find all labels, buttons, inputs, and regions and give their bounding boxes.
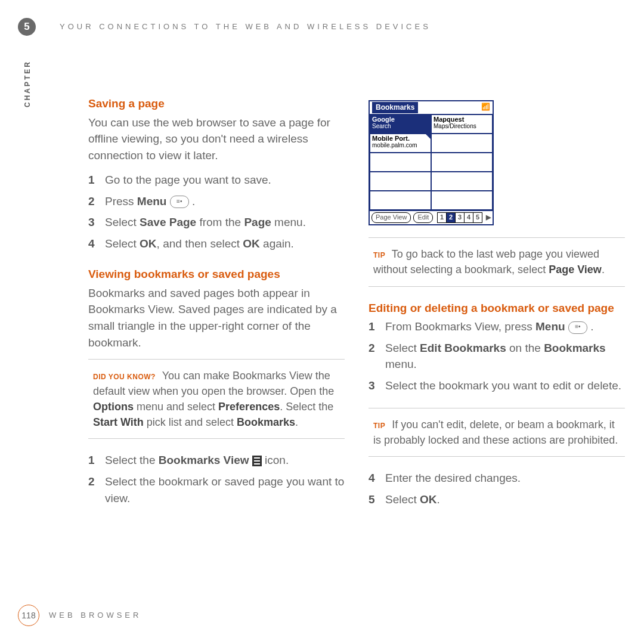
page-footer: 118 WEB BROWSER [18,605,141,626]
viewing-intro: Bookmarks and saved pages both appear in… [88,285,345,351]
tip-callout: TIP To go back to the last web page you … [369,237,625,286]
bookmark-pager[interactable]: 12345 [437,212,482,223]
step-text: Select the bookmark or saved page you wa… [105,473,345,506]
bookmark-cell-empty[interactable] [431,153,493,172]
step-text: From Bookmarks View, press Menu ≡• . [385,318,593,335]
bookmarks-screenshot: Bookmarks 📶 GoogleSearch MapquestMaps/Di… [369,100,494,225]
section-title-saving: Saving a page [88,95,345,112]
bookmark-cell[interactable]: Mobile Port.mobile.palm.com [370,134,431,153]
callout-label: TIP [373,251,385,259]
bookmark-cell-empty[interactable] [431,134,493,153]
page-number: 118 [18,605,39,626]
screenshot-title: Bookmarks [372,102,418,113]
menu-icon: ≡• [568,321,587,334]
bookmark-cell-empty[interactable] [370,191,431,210]
footer-section: WEB BROWSER [49,610,141,621]
step-text: Select OK, and then select OK again. [105,236,294,252]
editing-steps: 1 From Bookmarks View, press Menu ≡• . 2… [369,318,625,394]
step-text: Select Save Page from the Page menu. [105,214,306,231]
chapter-label-vertical: CHAPTER [23,60,33,107]
pager-next-icon[interactable]: ▶ [486,213,491,222]
bookmark-cell-empty[interactable] [370,172,431,191]
editing-steps-cont: 4Enter the desired changes. 5 Select OK. [369,470,625,507]
step-text: Select the Bookmarks View icon. [105,452,289,469]
bookmark-cell-empty[interactable] [431,172,493,191]
saving-intro: You can use the web browser to save a pa… [88,114,345,164]
step-text: Select OK. [385,491,440,508]
chapter-badge: 5 [18,18,36,36]
bookmark-cell-empty[interactable] [431,191,493,210]
bookmark-cell[interactable]: MapquestMaps/Directions [431,114,493,134]
viewing-steps: 1 Select the Bookmarks View icon. 2Selec… [88,452,345,506]
did-you-know-callout: DID YOU KNOW? You can make Bookmarks Vie… [88,359,345,439]
callout-label: TIP [373,422,385,430]
left-column: Saving a page You can use the web browse… [88,95,345,522]
signal-icon: 📶 [481,102,490,113]
page-content: Saving a page You can use the web browse… [88,95,625,522]
step-text: Select Edit Bookmarks on the Bookmarks m… [385,340,625,373]
bookmarks-view-icon [252,456,262,466]
callout-label: DID YOU KNOW? [93,373,156,381]
step-text: Go to the page you want to save. [105,172,271,188]
section-title-editing: Editing or deleting a bookmark or saved … [369,300,625,317]
step-text: Press Menu ≡• . [105,193,195,210]
menu-icon: ≡• [170,196,189,208]
section-title-viewing: Viewing bookmarks or saved pages [88,266,345,283]
saving-steps: 1Go to the page you want to save. 2 Pres… [88,172,345,252]
tip-callout: TIP If you can't edit, delete, or beam a… [369,408,625,457]
page-view-button[interactable]: Page View [371,212,411,223]
step-text: Select the bookmark you want to edit or … [385,377,621,394]
bookmark-cell[interactable]: GoogleSearch [370,114,431,134]
edit-button[interactable]: Edit [413,212,433,223]
running-header: YOUR CONNECTIONS TO THE WEB AND WIRELESS… [60,21,431,33]
bookmark-cell-empty[interactable] [370,153,431,172]
step-text: Enter the desired changes. [385,470,521,487]
right-column: Bookmarks 📶 GoogleSearch MapquestMaps/Di… [369,95,625,522]
